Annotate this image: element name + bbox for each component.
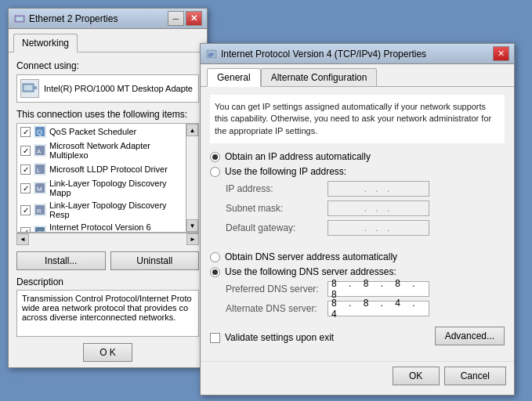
svg-text:A: A (37, 148, 42, 155)
default-gateway-row: Default gateway: . . . (226, 220, 505, 236)
list-item[interactable]: ✓ Q QoS Packet Scheduler (17, 124, 186, 139)
ethernet-ok-button[interactable]: O K (83, 343, 132, 362)
svg-rect-3 (34, 86, 37, 89)
preferred-dns-row: Preferred DNS server: 8 . 8 . 8 . 8 (226, 281, 505, 297)
svg-rect-4 (24, 85, 32, 90)
separator (210, 240, 505, 247)
scroll-up-arrow[interactable]: ▲ (186, 124, 198, 136)
tcp-title-bar: IP Internet Protocol Version 4 (TCP/IPv4… (201, 44, 514, 64)
lldp-label: Microsoft LLDP Protocol Driver (49, 164, 168, 174)
mna-label: Microsoft Network Adapter Multiplexo (49, 141, 183, 160)
tab-general[interactable]: General (207, 68, 261, 87)
ip-address-input[interactable]: . . . (328, 181, 429, 197)
ip-address-row: IP address: . . . (226, 181, 505, 197)
list-item[interactable]: ✓ M Link-Layer Topology Discovery Mapp (17, 177, 186, 199)
tcp-ok-cancel-row: OK Cancel (201, 361, 514, 390)
subnet-mask-input[interactable]: . . . (328, 200, 429, 216)
lltd2-label: Link-Layer Topology Discovery Resp (49, 200, 183, 219)
scroll-down-arrow[interactable]: ▼ (186, 219, 198, 232)
svg-text:R: R (37, 208, 42, 215)
ethernet-content: Connect using: Intel(R) PRO/1000 MT Desk… (9, 52, 207, 370)
ethernet-close-button[interactable]: ✕ (186, 11, 202, 26)
tcp-properties-window: IP Internet Protocol Version 4 (TCP/IPv4… (200, 43, 515, 396)
checkbox-ipv6[interactable]: ✓ (20, 227, 31, 233)
ethernet-title-left: Ethernet 2 Properties (13, 13, 118, 25)
adapter-name: Intel(R) PRO/1000 MT Desktop Adapte (44, 84, 193, 93)
tab-alternate-config[interactable]: Alternate Configuration (261, 68, 378, 86)
ipv6-label: Internet Protocol Version 6 (TCP/IPv (49, 222, 183, 233)
alternate-dns-input[interactable]: 8 . 8 . 4 . 4 (328, 301, 429, 316)
uninstall-button[interactable]: Uninstall (110, 251, 200, 270)
radio-manual-dns[interactable]: Use the following DNS server addresses: (210, 266, 505, 277)
checkbox-lldp[interactable]: ✓ (20, 164, 31, 175)
tcp-cancel-button[interactable]: Cancel (444, 367, 506, 385)
svg-text:M: M (37, 186, 42, 193)
checkbox-lltd1[interactable]: ✓ (20, 183, 31, 193)
install-button[interactable]: Install... (16, 251, 106, 270)
info-box: You can get IP settings assigned automat… (210, 95, 505, 143)
tcp-window-icon: IP (205, 48, 218, 60)
items-list: ✓ Q QoS Packet Scheduler ✓ A Microsoft N… (16, 123, 199, 233)
subnet-mask-row: Subnet mask: . . . (226, 200, 505, 216)
lltd1-icon: M (34, 182, 46, 194)
validate-label: Validate settings upon exit (225, 332, 334, 343)
radio-manual-dns-label: Use the following DNS server addresses: (225, 266, 396, 277)
radio-auto-ip-label: Obtain an IP address automatically (225, 151, 371, 162)
ethernet-title-bar: Ethernet 2 Properties ─ ✕ (9, 9, 207, 29)
ethernet-minimize-button[interactable]: ─ (168, 11, 184, 26)
ip-form-section: IP address: . . . Subnet mask: . . . Def… (226, 181, 505, 236)
lltd2-icon: R (34, 204, 46, 216)
tcp-title-text: Internet Protocol Version 4 (TCP/IPv4) P… (221, 49, 426, 60)
checkbox-qos[interactable]: ✓ (20, 127, 31, 137)
dns-form-section: Preferred DNS server: 8 . 8 . 8 . 8 Alte… (226, 281, 505, 316)
tcp-ok-button[interactable]: OK (393, 367, 440, 385)
mna-icon: A (34, 144, 46, 157)
ethernet-properties-window: Ethernet 2 Properties ─ ✕ Networking Con… (8, 8, 208, 368)
tab-networking[interactable]: Networking (13, 34, 78, 52)
svg-text:Q: Q (37, 128, 42, 136)
tcp-title-left: IP Internet Protocol Version 4 (TCP/IPv4… (205, 48, 426, 60)
alternate-dns-label: Alternate DNS server: (226, 303, 328, 314)
advanced-button[interactable]: Advanced... (435, 327, 505, 345)
list-item[interactable]: ✓ IP6 Internet Protocol Version 6 (TCP/I… (17, 221, 186, 233)
ethernet-title-text: Ethernet 2 Properties (29, 13, 118, 24)
tcp-title-buttons: ✕ (493, 46, 509, 61)
default-gateway-input[interactable]: . . . (328, 220, 429, 236)
qos-icon: Q (34, 125, 46, 138)
tcp-close-button[interactable]: ✕ (493, 46, 509, 61)
ip-address-label: IP address: (226, 183, 328, 194)
radio-manual-ip[interactable]: Use the following IP address: (210, 166, 505, 177)
preferred-dns-label: Preferred DNS server: (226, 284, 328, 294)
list-item[interactable]: ✓ A Microsoft Network Adapter Multiplexo (17, 139, 186, 161)
adapter-icon (20, 79, 39, 98)
checkbox-mna[interactable]: ✓ (20, 146, 31, 156)
ethernet-tab-bar: Networking (9, 29, 207, 52)
list-item[interactable]: ✓ L Microsoft LLDP Protocol Driver (17, 161, 186, 177)
list-item[interactable]: ✓ R Link-Layer Topology Discovery Resp (17, 199, 186, 221)
description-box: Transmission Control Protocol/Internet P… (16, 290, 199, 337)
description-title: Description (16, 276, 199, 287)
adapter-box: Intel(R) PRO/1000 MT Desktop Adapte (16, 74, 199, 103)
radio-auto-dns[interactable]: Obtain DNS server address automatically (210, 251, 505, 262)
tcp-tab-bar: General Alternate Configuration (201, 64, 514, 87)
radio-auto-ip[interactable]: Obtain an IP address automatically (210, 151, 505, 162)
svg-text:IP: IP (208, 52, 214, 58)
checkbox-lltd2[interactable]: ✓ (20, 205, 31, 215)
vertical-scrollbar[interactable]: ▲ ▼ (186, 124, 198, 232)
validate-checkbox[interactable] (210, 333, 220, 343)
radio-manual-ip-btn[interactable] (210, 167, 220, 177)
ipv6-icon: IP6 (34, 226, 46, 233)
scroll-left-arrow[interactable]: ◄ (16, 233, 29, 245)
radio-manual-dns-btn[interactable] (210, 267, 220, 277)
preferred-dns-input[interactable]: 8 . 8 . 8 . 8 (328, 281, 429, 297)
dns-section: Obtain DNS server address automatically … (210, 251, 505, 316)
ethernet-title-buttons: ─ ✕ (168, 11, 202, 26)
tcp-bottom-row: Validate settings upon exit Advanced... (210, 324, 505, 347)
subnet-mask-label: Subnet mask: (226, 203, 328, 214)
tcp-content: You can get IP settings assigned automat… (201, 87, 514, 355)
default-gateway-label: Default gateway: (226, 222, 328, 233)
radio-auto-ip-btn[interactable] (210, 152, 220, 162)
horizontal-scrollbar[interactable]: ◄ ► (16, 233, 199, 245)
radio-auto-dns-btn[interactable] (210, 252, 220, 262)
scroll-right-arrow[interactable]: ► (186, 233, 199, 245)
